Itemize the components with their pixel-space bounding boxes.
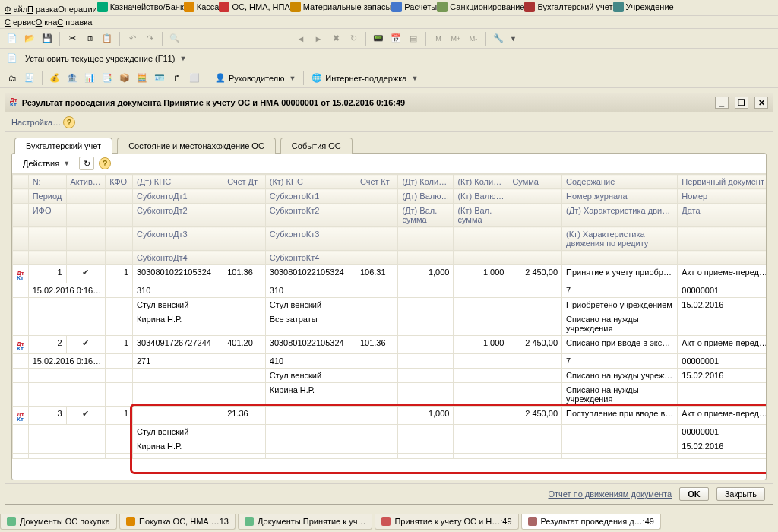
grid-header[interactable]: СубконтоКт4 <box>265 251 356 265</box>
table-row[interactable]: ДтКт1✔13030801022105324101.3630308010221… <box>13 265 767 283</box>
grid-header[interactable] <box>508 251 562 265</box>
grid-header[interactable]: СубконтоКт3 <box>265 227 356 251</box>
grid-header[interactable]: (Кт) Вал. сумма <box>454 204 508 227</box>
help-icon[interactable]: ? <box>63 116 75 128</box>
actions-dropdown[interactable]: Действия ▼ <box>18 158 74 169</box>
sec-icon-2[interactable]: 🧾 <box>22 71 37 86</box>
sec-icon-8[interactable]: 🧮 <box>134 71 150 86</box>
grid-header[interactable]: КФО <box>106 175 133 189</box>
sec-icon-4[interactable]: 🏦 <box>65 71 80 86</box>
table-subrow[interactable]: Кирина Н.Р.Все затратыСписано на нужды у… <box>13 312 767 336</box>
grid-header[interactable] <box>13 175 29 189</box>
sort-icon[interactable]: ▤ <box>406 31 421 46</box>
movements-report-link[interactable]: Отчет по движениям документа <box>549 489 672 499</box>
grid-header[interactable] <box>223 204 266 227</box>
grid-header[interactable] <box>508 204 562 227</box>
table-subrow[interactable] <box>13 454 767 459</box>
grid-wrapper[interactable]: N:Актив…КФО(Дт) КПССчет Дт(Кт) КПССчет К… <box>12 174 766 480</box>
leader-dropdown[interactable]: 👤 Руководителю ▼ <box>212 71 299 84</box>
grid-header[interactable]: Период <box>28 189 66 204</box>
grid-header[interactable]: ИФО <box>28 204 66 227</box>
sec-icon-1[interactable]: 🗂 <box>5 71 20 86</box>
grid-header[interactable] <box>356 204 398 227</box>
sec-icon-9[interactable]: 🪪 <box>152 71 167 86</box>
tab-state-location[interactable]: Состояние и местонахождение ОС <box>117 138 276 154</box>
grid-header[interactable] <box>66 251 106 265</box>
window-tab[interactable]: Покупка ОС, НМА …13 <box>119 514 236 530</box>
sec-icon-6[interactable]: 📑 <box>100 71 115 86</box>
refresh-button[interactable]: ↻ <box>79 157 94 170</box>
tab-events[interactable]: События ОС <box>280 138 353 154</box>
stop-icon[interactable]: ✖ <box>328 31 343 46</box>
grid-header[interactable] <box>223 189 266 204</box>
open-icon[interactable]: 📂 <box>22 31 37 46</box>
table-subrow[interactable]: 15.02.2016 0:16…310310700000001 <box>13 283 767 298</box>
grid-header[interactable]: СубконтоДт4 <box>133 251 223 265</box>
grid-header[interactable] <box>508 189 562 204</box>
menu-item[interactable]: Правка <box>27 5 58 14</box>
window-tab[interactable]: Документы Принятие к уч… <box>238 514 372 530</box>
m-store-icon[interactable]: M <box>431 31 446 46</box>
calc-icon[interactable]: 📟 <box>371 31 386 46</box>
grid-header[interactable] <box>28 227 66 251</box>
sec-icon-11[interactable]: ⬜ <box>187 71 202 86</box>
m-plus-icon[interactable]: M+ <box>448 31 463 46</box>
table-row[interactable]: ДтКт2✔13034091726727244401.2030308010221… <box>13 336 767 354</box>
window-tab[interactable]: Принятие к учету ОС и Н…:49 <box>375 514 518 530</box>
menu-item[interactable]: Касса <box>184 2 220 12</box>
m-minus-icon[interactable]: M- <box>466 31 481 46</box>
menu-item[interactable]: Файл <box>5 5 27 14</box>
grid-header[interactable] <box>508 227 562 251</box>
cut-icon[interactable]: ✂ <box>65 31 80 46</box>
grid-header[interactable] <box>398 251 454 265</box>
grid-header[interactable]: (Кт) Коли… <box>454 175 508 189</box>
table-subrow[interactable]: Кирина Н.Р.Списано на нужды учреждения <box>13 383 767 407</box>
menu-item[interactable]: Материальные запасы <box>290 2 392 12</box>
menu-item[interactable]: Казначейство/Банк <box>97 2 184 12</box>
grid-header[interactable]: Счет Кт <box>356 175 398 189</box>
window-tab[interactable]: Результат проведения д…:49 <box>521 514 661 530</box>
grid-header[interactable] <box>356 251 398 265</box>
tab-accounting[interactable]: Бухгалтерский учет <box>14 138 112 154</box>
redo-icon[interactable]: ↷ <box>142 31 157 46</box>
sec-icon-10[interactable]: 🗒 <box>169 71 185 86</box>
menu-item[interactable]: Сервис <box>5 17 36 27</box>
grid-header[interactable]: (Кт) Характеристика движения по кредиту <box>562 227 678 251</box>
reload-icon[interactable]: ↻ <box>346 31 361 46</box>
grid-header[interactable]: СубконтоКт2 <box>265 204 356 227</box>
menu-item[interactable]: ОС, НМА, НПА <box>219 2 289 12</box>
grid-header[interactable] <box>398 227 454 251</box>
grid-header[interactable] <box>13 227 29 251</box>
minimize-button[interactable]: _ <box>715 97 729 109</box>
grid-header[interactable] <box>106 189 133 204</box>
grid-header[interactable]: СубконтоДт2 <box>133 204 223 227</box>
settings-link[interactable]: Настройка… <box>11 118 61 127</box>
window-tab[interactable]: Документы ОС покупка <box>0 514 117 530</box>
set-institution-button[interactable]: Установить текущее учреждение (F11) ▼ <box>22 52 189 65</box>
grid-header[interactable]: СубконтоДт3 <box>133 227 223 251</box>
find-icon[interactable]: 🔍 <box>167 31 182 46</box>
table-subrow[interactable]: 15.02.2016 0:16…271410700000001 <box>13 354 767 369</box>
grid-header[interactable] <box>106 251 133 265</box>
nav-back-icon[interactable]: ◄ <box>293 31 308 46</box>
grid-header[interactable]: (Дт) Коли… <box>398 175 454 189</box>
grid-header[interactable] <box>13 189 29 204</box>
grid-header[interactable]: (Кт) Валю… <box>454 189 508 204</box>
grid-header[interactable] <box>66 227 106 251</box>
table-subrow[interactable]: Кирина Н.Р.15.02.2016 <box>13 439 767 454</box>
support-dropdown[interactable]: 🌐 Интернет-поддержка ▼ <box>308 71 421 84</box>
grid-header[interactable] <box>678 251 766 265</box>
help-icon[interactable]: ? <box>99 157 111 169</box>
menu-item[interactable]: Операции <box>58 5 96 14</box>
menu-item[interactable]: Учреждение <box>613 2 674 12</box>
grid-header[interactable] <box>454 227 508 251</box>
grid-header[interactable] <box>356 189 398 204</box>
grid-header[interactable]: Содержание <box>562 175 678 189</box>
nav-fwd-icon[interactable]: ► <box>311 31 326 46</box>
grid-header[interactable] <box>454 251 508 265</box>
table-subrow[interactable]: Стул венскийСписано на нужды учреж…15.02… <box>13 369 767 383</box>
grid-header[interactable]: Номер журнала <box>562 189 678 204</box>
undo-icon[interactable]: ↶ <box>125 31 140 46</box>
grid-header[interactable] <box>223 251 266 265</box>
grid-header[interactable]: Сумма <box>508 175 562 189</box>
